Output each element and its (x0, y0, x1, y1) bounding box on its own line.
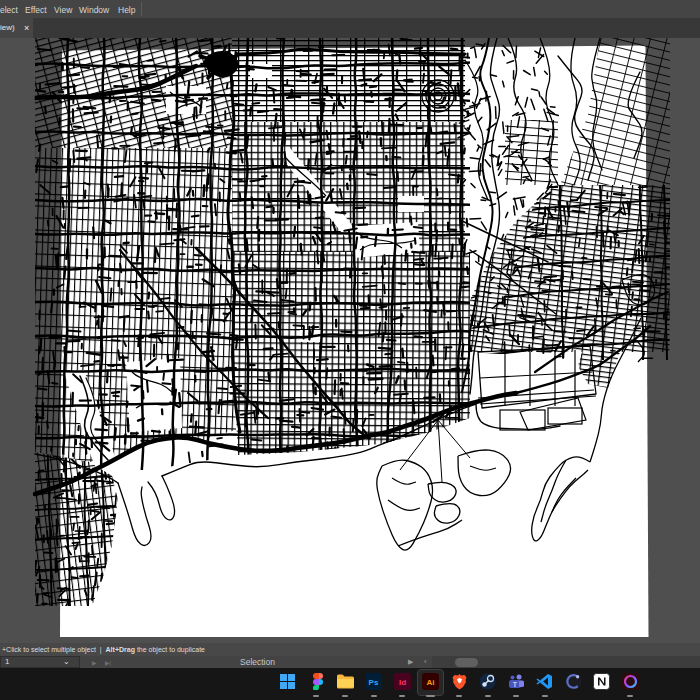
svg-text:Id: Id (398, 678, 405, 687)
svg-text:Ps: Ps (369, 678, 379, 687)
svg-text:T: T (512, 681, 517, 688)
svg-text:Ai: Ai (427, 678, 435, 687)
